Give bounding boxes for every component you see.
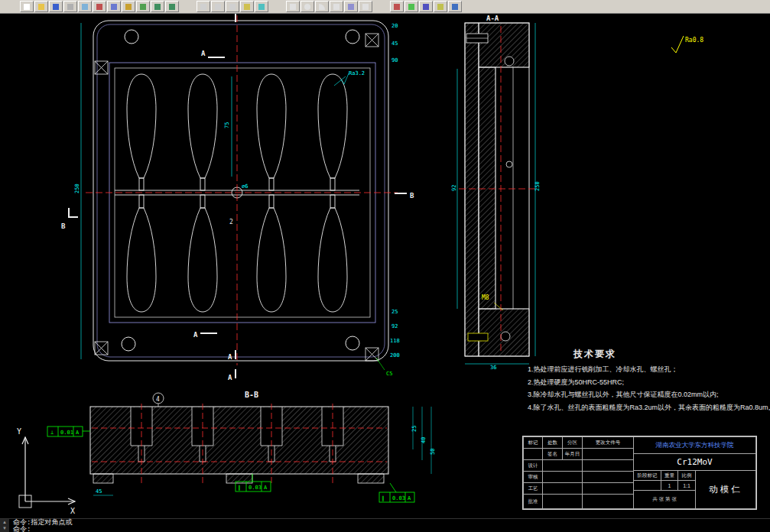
svg-text:A: A	[228, 374, 232, 381]
main-plan-view[interactable]: 75 250 Ra3.2 20 45 90 25 92 118 200 ∅6 2…	[61, 5, 414, 381]
tb-zone-label: 分区	[562, 436, 583, 449]
text-tool-icon[interactable]	[359, 1, 372, 12]
arc-tool-icon[interactable]	[315, 1, 329, 12]
move-icon[interactable]	[404, 1, 418, 12]
dim-label[interactable]: 118	[390, 338, 400, 344]
command-input-line[interactable]: 命令:	[13, 526, 72, 532]
dim-label[interactable]: 25	[411, 426, 417, 432]
tech-req-item: 4.除了水孔、丝孔的表面粗糙度为Ra3.2um以外，其余表面的粗糙度为Ra0.8…	[528, 401, 766, 414]
tb-cell	[542, 494, 583, 509]
x-axis-label: X	[70, 507, 75, 515]
format-brush-icon[interactable]	[136, 1, 150, 12]
dim-label[interactable]: 45	[391, 41, 398, 47]
tb-cell	[582, 448, 634, 460]
dim-label[interactable]: 75	[224, 122, 230, 128]
redo-icon[interactable]	[165, 1, 179, 12]
tb-design-label: 设计	[523, 459, 543, 472]
tb-review-label: 审核	[523, 471, 543, 483]
svg-text:B: B	[410, 192, 414, 200]
zoom-window-icon[interactable]	[197, 1, 210, 12]
section-marks: A A A A A B B	[61, 5, 414, 381]
title-block[interactable]: 标记 处数 分区 更改文件号 签名 年月日 设计 审核 工艺 批准 湖南农业大学…	[522, 436, 757, 510]
gdt-symbol: ⊥	[50, 430, 54, 436]
tech-req-item: 2.热处理硬度为50HRC-55HRC;	[528, 376, 766, 389]
tb-cell	[542, 459, 583, 472]
bottom-section-view[interactable]: B-B 4	[47, 391, 436, 502]
tb-approve-label: 批准	[523, 494, 543, 509]
dim-label[interactable]: 40	[421, 437, 427, 443]
tb-cell	[523, 448, 543, 460]
help-icon[interactable]	[448, 1, 462, 12]
svg-text:A: A	[201, 50, 206, 57]
tech-req-title: 技术要求	[573, 348, 766, 361]
dim-label[interactable]: 50	[430, 449, 436, 455]
roughness-label: Ra0.8	[685, 37, 703, 44]
tb-sign-label: 签名	[542, 448, 563, 460]
dim-label[interactable]: 20	[391, 23, 398, 29]
zoom-in-icon[interactable]	[211, 1, 225, 12]
wcs-axis-icon	[19, 437, 75, 508]
paste-icon[interactable]	[122, 1, 135, 12]
tb-date-label: 年月日	[562, 448, 583, 460]
dim-label[interactable]: 36	[490, 365, 496, 371]
print-icon[interactable]	[63, 1, 77, 12]
dim-label[interactable]: ∅6	[242, 183, 248, 190]
dim-label[interactable]: 2	[229, 219, 233, 225]
regen-icon[interactable]	[255, 1, 268, 12]
line-tool-icon[interactable]	[286, 1, 300, 12]
dim-label[interactable]: 90	[391, 57, 398, 63]
balloon-label[interactable]: 4	[156, 396, 160, 403]
erase-icon[interactable]	[390, 1, 404, 12]
side-section-view[interactable]: A-A 250 92 36 M8	[451, 15, 541, 371]
dim-label[interactable]: 92	[391, 323, 398, 329]
tb-weight-value: 1	[661, 480, 678, 491]
main-dimensions[interactable]	[81, 23, 349, 359]
print-preview-icon[interactable]	[78, 1, 92, 12]
svg-text:A: A	[193, 331, 198, 339]
hatch-tool-icon[interactable]	[344, 1, 358, 12]
tb-stage-value	[633, 480, 661, 491]
zoom-out-icon[interactable]	[226, 1, 239, 12]
tb-scale-label: 比例	[677, 470, 696, 481]
tb-stage-label: 阶段标记	[633, 470, 661, 481]
tb-material: Cr12MoV	[633, 453, 756, 471]
dim-label[interactable]: 250	[74, 183, 80, 193]
dim-label[interactable]: 25	[391, 309, 398, 315]
technical-requirements: 技术要求 1.热处理前应进行铣削加工、冷却水孔、螺丝孔； 2.热处理硬度为50H…	[528, 348, 766, 414]
chamfer-label[interactable]: C5	[386, 371, 392, 377]
dim-label[interactable]: 250	[534, 181, 541, 191]
copy-icon[interactable]	[107, 1, 121, 12]
cut-icon[interactable]	[93, 1, 106, 12]
tb-change-label: 更改文件号	[582, 436, 634, 449]
dim-label[interactable]: 45	[96, 488, 102, 495]
tech-req-item: 3.除冷却水孔与螺丝孔以外，其他尺寸保证精度在0.02mm以内;	[528, 388, 766, 401]
svg-text:B: B	[61, 222, 66, 230]
tb-cell	[542, 471, 583, 483]
view-label: B-B	[245, 391, 258, 399]
rotate-icon[interactable]	[419, 1, 433, 12]
gdt-datum: A	[76, 430, 80, 436]
command-bar[interactable]: ▲▼ 命令:指定对角点或 命令:	[0, 518, 770, 532]
gdt-value: 0.03	[392, 495, 405, 501]
tb-process-label: 工艺	[523, 482, 543, 495]
dim-label[interactable]: 200	[390, 352, 400, 358]
pan-icon[interactable]	[240, 1, 254, 12]
new-icon[interactable]	[20, 1, 34, 12]
runner-system[interactable]	[115, 178, 359, 208]
undo-icon[interactable]	[151, 1, 164, 12]
gdt-value: 0.03	[249, 485, 262, 491]
gdt-value: 0.01	[60, 430, 73, 436]
save-icon[interactable]	[49, 1, 63, 12]
open-icon[interactable]	[34, 1, 48, 12]
tb-weight-label: 重量	[661, 470, 678, 481]
dim-label[interactable]: 92	[451, 185, 457, 191]
thread-label[interactable]: M8	[482, 294, 489, 301]
rectangle-tool-icon[interactable]	[330, 1, 343, 12]
tb-cell	[542, 482, 583, 495]
corner-roughness-note: Ra0.8	[671, 36, 703, 53]
tb-sheet-info: 共 张 第 张	[633, 490, 696, 509]
roughness-label[interactable]: Ra3.2	[349, 70, 365, 76]
circle-tool-icon[interactable]	[301, 1, 314, 12]
command-scroll-icon[interactable]: ▲▼	[0, 519, 9, 532]
mirror-icon[interactable]	[434, 1, 447, 12]
